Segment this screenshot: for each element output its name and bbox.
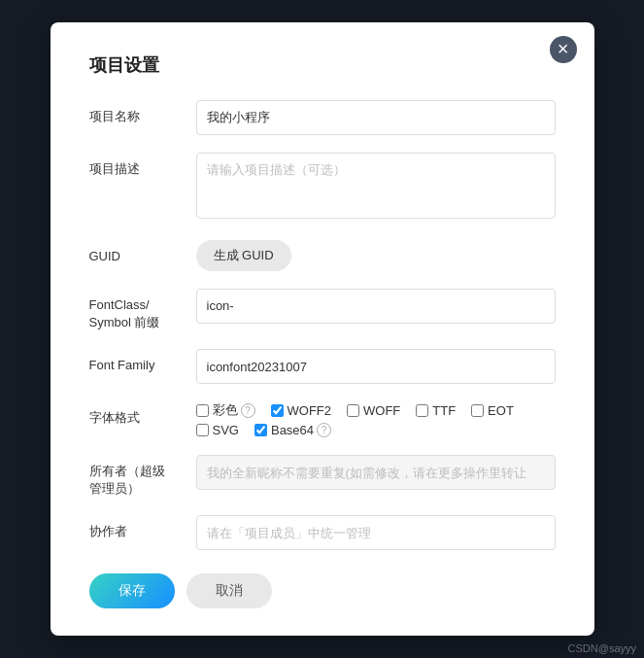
checkbox-ttf-input[interactable] <box>416 404 428 417</box>
collaborator-row: 协作者 <box>89 515 556 550</box>
project-desc-label: 项目描述 <box>89 153 196 178</box>
base64-help-icon[interactable]: ? <box>317 423 331 437</box>
collaborator-label: 协作者 <box>89 515 196 540</box>
footer-buttons: 保存 取消 <box>89 573 556 608</box>
checkbox-woff[interactable]: WOFF <box>347 401 400 419</box>
owner-control <box>196 455 556 490</box>
checkbox-eot-input[interactable] <box>471 404 484 417</box>
checkbox-color-input[interactable] <box>196 404 209 417</box>
font-family-input[interactable] <box>196 349 556 384</box>
checkbox-eot[interactable]: EOT <box>471 401 514 419</box>
checkbox-base64-input[interactable] <box>254 424 267 436</box>
font-class-control <box>196 289 556 324</box>
project-name-input[interactable] <box>196 100 556 135</box>
font-format-label: 字体格式 <box>89 401 196 427</box>
generate-guid-button[interactable]: 生成 GUID <box>196 240 291 271</box>
modal-title: 项目设置 <box>89 53 556 77</box>
checkbox-svg[interactable]: SVG <box>196 423 239 437</box>
watermark: CSDN@sayyy <box>568 642 636 654</box>
modal-dialog: × 项目设置 项目名称 项目描述 GUID 生成 GUID FontClass/… <box>51 22 594 637</box>
cancel-button[interactable]: 取消 <box>186 573 272 608</box>
owner-row: 所有者（超级管理员） <box>89 455 556 498</box>
project-desc-control <box>196 153 556 223</box>
checkbox-woff2-input[interactable] <box>271 404 284 417</box>
collaborator-input[interactable] <box>196 515 556 550</box>
guid-control: 生成 GUID <box>196 240 556 271</box>
font-family-control <box>196 349 556 384</box>
font-family-row: Font Family <box>89 349 556 384</box>
font-format-control: 彩色 ? WOFF2 WOFF TTF EOT SVG <box>196 401 556 437</box>
project-name-row: 项目名称 <box>89 100 556 135</box>
font-class-row: FontClass/Symbol 前缀 <box>89 289 556 331</box>
owner-label: 所有者（超级管理员） <box>89 455 196 498</box>
owner-input[interactable] <box>196 455 556 490</box>
color-help-icon[interactable]: ? <box>241 403 255 418</box>
font-class-label: FontClass/Symbol 前缀 <box>89 289 196 331</box>
guid-row: GUID 生成 GUID <box>89 240 556 271</box>
project-name-control <box>196 100 556 135</box>
project-desc-input[interactable] <box>196 153 556 219</box>
font-family-label: Font Family <box>89 349 196 374</box>
font-format-row: 字体格式 彩色 ? WOFF2 WOFF TTF EOT <box>89 401 556 437</box>
project-name-label: 项目名称 <box>89 100 196 125</box>
font-format-checkboxes: 彩色 ? WOFF2 WOFF TTF EOT SVG <box>196 401 556 437</box>
save-button[interactable]: 保存 <box>89 573 175 608</box>
checkbox-woff-input[interactable] <box>347 404 359 417</box>
collaborator-control <box>196 515 556 550</box>
font-class-input[interactable] <box>196 289 556 324</box>
checkbox-color[interactable]: 彩色 ? <box>196 401 255 419</box>
guid-label: GUID <box>89 240 196 265</box>
checkbox-svg-input[interactable] <box>196 424 209 436</box>
checkbox-ttf[interactable]: TTF <box>416 401 456 419</box>
project-desc-row: 项目描述 <box>89 153 556 223</box>
checkbox-base64[interactable]: Base64 ? <box>254 423 331 437</box>
close-button[interactable]: × <box>550 36 577 63</box>
checkbox-woff2[interactable]: WOFF2 <box>271 401 332 419</box>
